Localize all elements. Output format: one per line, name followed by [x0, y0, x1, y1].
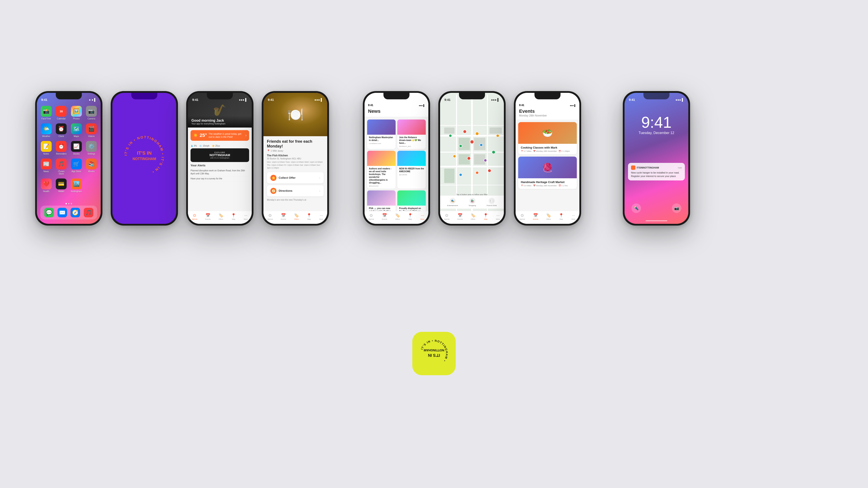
news-card-4[interactable]: NEW IN #BEER from the AWESOME @craftvill… — [397, 151, 426, 189]
nav-more-4[interactable]: ··· More — [319, 213, 323, 220]
app-clock[interactable]: ⏰ Clock — [56, 123, 67, 137]
app-news[interactable]: 📰 News — [40, 159, 52, 175]
dock-mail[interactable]: ✉️ — [58, 208, 67, 217]
offer-description: Monday's are now the new Thursday's at — [267, 198, 324, 201]
app-appstore[interactable]: 🛒 App Store — [70, 159, 82, 175]
app-wallet[interactable]: 💳 Wallet — [56, 178, 67, 193]
svg-point-20 — [475, 132, 479, 135]
app-weather[interactable]: 🌤️ Weather — [40, 123, 52, 137]
nav-offers-5[interactable]: 🏷️ Offers — [395, 213, 400, 220]
status-time-1: 9:41 — [41, 98, 47, 101]
news-card-3[interactable]: Authors and readers - we all need indie … — [367, 151, 396, 189]
news-screen: 9:41 ●●● ▌ News Nottingham Masterplan in… — [365, 93, 428, 224]
nav-events-5[interactable]: 📅 Events — [382, 213, 387, 220]
lock-time: 9:41 Tuesday, December 12 — [624, 115, 688, 135]
dock-safari[interactable]: 🧭 — [70, 208, 80, 217]
svg-text:IT'S IN: IT'S IN — [137, 150, 152, 156]
notification-card[interactable]: ITSINNOTTINGHAM now New cycle hanger to … — [628, 163, 685, 181]
weather-stats: 💧3% 💨15mph ☀️25uv — [188, 143, 252, 148]
event-card-1[interactable]: 🥗 Cooking Classes with Mark 📍0.7 Miles 📅… — [518, 122, 577, 155]
nav-myhub-4[interactable]: ⊙ MyHub — [267, 213, 273, 220]
app-facetime[interactable]: 📸 FaceTime — [40, 106, 52, 120]
weather-banner[interactable]: ☀️ 25° The weather is great today, get o… — [190, 130, 249, 141]
map-screen: 9:41 ●●● ▌ — [440, 93, 504, 224]
filter-food-drink[interactable]: 🍽️ Food & Drink — [487, 198, 497, 206]
nav-events-3[interactable]: 📅 Events — [205, 213, 211, 220]
nav-myhub-3[interactable]: ⊙ MyHub — [192, 213, 197, 220]
app-maps[interactable]: 🗺️ Maps — [70, 123, 82, 137]
news-img-display — [397, 190, 426, 206]
app-camera[interactable]: 📷 Camera — [86, 106, 97, 120]
events-screen: 9:41 ●●● ▌ Events Monday 28th November 🥗… — [516, 93, 579, 224]
event-card-2[interactable]: 🧶 Handmade Heritage Craft Market 📍0.9 Mi… — [518, 157, 577, 189]
nav-myhub-5[interactable]: ⊙ MyHub — [369, 213, 374, 220]
nav-more-7[interactable]: ··· More — [571, 213, 576, 220]
nav-offers-4[interactable]: 🏷️ Offers — [294, 213, 299, 220]
nav-events-7[interactable]: 📅 Events — [533, 213, 538, 220]
app-stocks[interactable]: 📈 Stocks — [70, 141, 82, 155]
camera-lock-icon[interactable]: 📷 — [672, 203, 681, 213]
app-health[interactable]: ❤️ Health — [40, 178, 52, 193]
status-icons-5: ●●● ▌ — [419, 104, 425, 107]
nav-myhub-6[interactable]: ⊙ MyHub — [444, 213, 450, 220]
app-ibooks[interactable]: 📚 iBooks — [86, 159, 97, 175]
news-card-1[interactable]: Nottingham Masterplan in detail... Local… — [367, 120, 396, 149]
alerts-title: Your Alerts — [190, 164, 249, 167]
notch-7 — [534, 93, 560, 99]
nav-map-3[interactable]: 📍 Map — [231, 213, 236, 220]
nav-map-5[interactable]: 📍 Map — [408, 213, 412, 220]
nav-more-3[interactable]: ··· More — [244, 213, 248, 220]
svg-rect-16 — [474, 154, 485, 164]
notch-8 — [643, 93, 670, 99]
nav-offers-7[interactable]: 🏷️ Offers — [546, 213, 551, 220]
notch-6 — [459, 93, 485, 99]
nav-events-4[interactable]: 📅 Events — [281, 213, 286, 220]
app-grid: 📸 FaceTime 30 Calendar 🖼️ Photos — [40, 106, 97, 193]
filter-shopping[interactable]: 🛍️ Shopping — [469, 198, 476, 206]
directions-button[interactable]: 🧭 Directions › — [267, 185, 324, 196]
collect-offer-button[interactable]: ⭐ Collect Offer › — [267, 172, 324, 184]
dock-messages[interactable]: 💬 — [44, 208, 54, 217]
offer-distance: 📍 1 Mile away — [267, 150, 324, 152]
filter-entertainment[interactable]: 🎭 Entertainment — [447, 198, 458, 206]
hero-subtitle: Your app for everything Nottingham — [191, 123, 248, 125]
svg-text:IT'S IN: IT'S IN — [428, 353, 440, 357]
event-img-food: 🥗 — [518, 122, 577, 144]
nav-map-4[interactable]: 📍 Map — [307, 213, 311, 220]
weather-temp: 25° — [199, 132, 207, 138]
app-nottingham[interactable]: 🏙️ Nottingham — [70, 178, 82, 193]
app-calendar[interactable]: 30 Calendar — [56, 106, 67, 120]
app-settings[interactable]: ⚙️ Settings — [86, 141, 97, 155]
dock-music[interactable]: 🎵 — [84, 208, 93, 217]
splash-screen: IT'S IN • NOTTINGHAM • IT'S IN • IT'S IN… — [113, 93, 176, 224]
news-source-4: @craftville — [399, 174, 424, 176]
phone-splash: IT'S IN • NOTTINGHAM • IT'S IN • IT'S IN… — [111, 91, 178, 226]
app-notes[interactable]: 📝 Notes — [40, 141, 52, 155]
flashlight-icon[interactable]: 🔦 — [631, 203, 641, 213]
nav-events-6[interactable]: 📅 Events — [458, 213, 463, 220]
phone-lock-screen: 9:41 ●●● ▌ 9:41 Tuesday, December 12 ITS… — [623, 91, 690, 226]
app-photos[interactable]: 🖼️ Photos — [70, 106, 82, 120]
news-card-2[interactable]: Join the Reliance dream-team 🌟💚 We have.… — [397, 120, 426, 149]
nav-more-6[interactable]: ··· More — [496, 213, 500, 220]
bottom-nav-6: ⊙ MyHub 📅 Events 🏷️ Offers 📍 Map — [440, 211, 504, 224]
phone-offer-detail: 🍽️ 9:41 ●●● ▌ Friends eat for free each … — [262, 91, 329, 226]
svg-point-24 — [484, 159, 487, 162]
app-reminders[interactable]: ⏰ Reminders — [56, 141, 67, 155]
nav-offers-6[interactable]: 🏷️ Offers — [471, 213, 475, 220]
offer-title: Friends eat for free each Monday! — [267, 139, 324, 149]
app-itunes[interactable]: 🎵 iTunes Store — [56, 159, 67, 175]
dock: 💬 ✉️ 🧭 🎵 — [40, 206, 97, 220]
offer-venue: The Fish Kitchen — [267, 154, 324, 157]
nav-offers-3[interactable]: 🏷️ Offers — [219, 213, 223, 220]
explore-banner[interactable]: Explore NOTTINGHAM with It's In Nottingh… — [190, 148, 249, 162]
nav-more-5[interactable]: ··· More — [421, 213, 425, 220]
nav-map-7[interactable]: 📍 Map — [559, 213, 563, 220]
weather-arrow-icon: › — [245, 133, 247, 137]
notif-app-icon — [631, 165, 636, 170]
logo-badge: IT'S IN • NOTTINGHAM • IT'S IN NOTTINGHA… — [412, 332, 456, 375]
nav-myhub-7[interactable]: ⊙ MyHub — [520, 213, 525, 220]
events-title: Events — [519, 108, 576, 114]
nav-map-6[interactable]: 📍 Map — [483, 213, 488, 220]
app-videos[interactable]: 🎬 Videos — [86, 123, 97, 137]
